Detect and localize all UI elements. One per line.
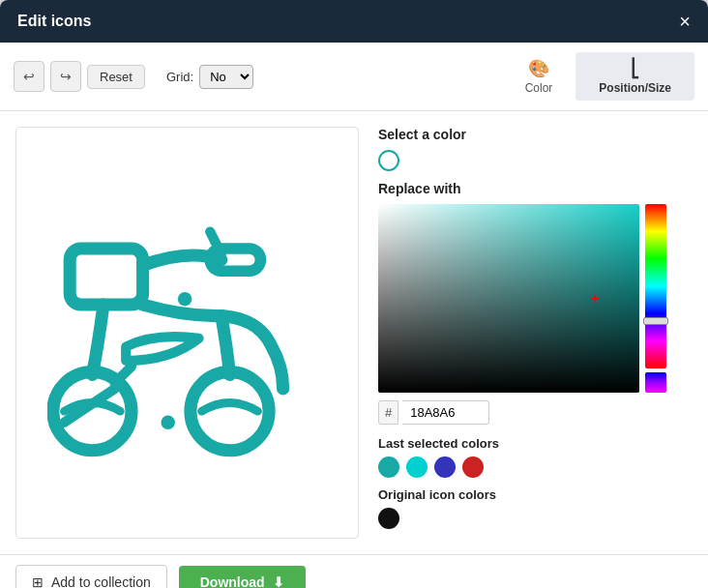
edit-icons-modal: Edit icons × ↩ ↪ Reset Grid: No Yes 🎨 Co… xyxy=(0,0,708,588)
selected-color-circle[interactable] xyxy=(378,150,399,171)
tab-color[interactable]: 🎨 Color xyxy=(502,52,576,101)
icon-svg xyxy=(47,192,328,473)
download-label: Download xyxy=(200,574,265,588)
hex-input-row: # xyxy=(378,400,691,425)
hue-bar[interactable] xyxy=(645,204,666,368)
last-color-1[interactable] xyxy=(406,456,428,478)
svg-point-5 xyxy=(161,416,175,430)
hex-input[interactable] xyxy=(402,400,489,425)
download-icon: ⬇ xyxy=(273,574,284,588)
color-tab-icon: 🎨 xyxy=(528,58,549,79)
svg-point-4 xyxy=(177,292,192,307)
main-content: Select a color Replace with + # xyxy=(0,111,708,554)
add-to-collection-button[interactable]: ⊞ Add to collection xyxy=(15,565,167,588)
add-collection-icon: ⊞ xyxy=(32,574,44,588)
redo-button[interactable]: ↪ xyxy=(50,61,81,92)
hue-slider[interactable] xyxy=(643,317,668,325)
alpha-bar[interactable] xyxy=(645,372,666,393)
modal-title: Edit icons xyxy=(17,13,91,30)
toolbar: ↩ ↪ Reset Grid: No Yes 🎨 Color ⎣ Positio… xyxy=(0,43,708,111)
tabs-area: 🎨 Color ⎣ Position/Size xyxy=(502,52,694,101)
position-size-tab-icon: ⎣ xyxy=(631,58,639,79)
tab-position-size[interactable]: ⎣ Position/Size xyxy=(575,52,694,101)
last-color-2[interactable] xyxy=(434,456,456,478)
tab-color-label: Color xyxy=(525,81,553,95)
last-color-3[interactable] xyxy=(462,456,484,478)
svg-rect-0 xyxy=(70,249,142,305)
right-panel: Select a color Replace with + # xyxy=(374,111,708,554)
original-colors-dots xyxy=(378,508,691,529)
close-button[interactable]: × xyxy=(679,12,691,31)
grid-label: Grid: xyxy=(166,70,193,84)
add-collection-label: Add to collection xyxy=(51,574,151,588)
last-color-0[interactable] xyxy=(378,456,399,478)
download-button[interactable]: Download ⬇ xyxy=(179,566,306,588)
gradient-picker[interactable]: + xyxy=(378,204,639,393)
original-color-0[interactable] xyxy=(378,508,399,529)
original-colors-label: Original icon colors xyxy=(378,487,691,502)
reset-button[interactable]: Reset xyxy=(87,65,145,89)
hex-hash: # xyxy=(378,400,398,425)
color-picker[interactable]: + xyxy=(378,204,678,393)
tab-position-size-label: Position/Size xyxy=(599,81,671,95)
last-selected-colors-label: Last selected colors xyxy=(378,436,691,451)
modal-header: Edit icons × xyxy=(0,0,708,43)
icon-preview xyxy=(15,127,359,539)
gradient-dark xyxy=(378,204,639,393)
hue-bar-wrap xyxy=(645,204,666,393)
grid-select[interactable]: No Yes xyxy=(199,65,253,89)
undo-button[interactable]: ↩ xyxy=(14,61,44,92)
last-colors-dots xyxy=(378,456,691,478)
bottom-bar: ⊞ Add to collection Download ⬇ xyxy=(0,554,708,588)
replace-with-label: Replace with xyxy=(378,181,691,196)
select-color-label: Select a color xyxy=(378,127,691,142)
